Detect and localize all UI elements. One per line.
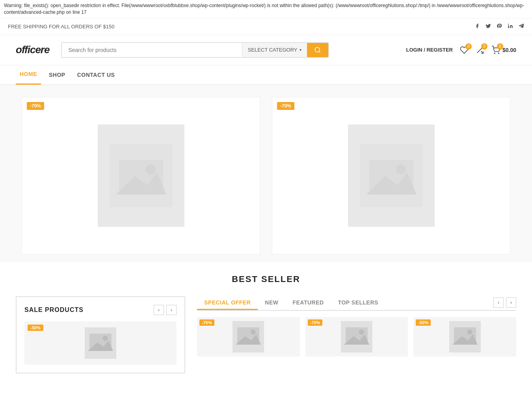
product-card-1[interactable]: -70% (22, 97, 260, 254)
sale-products-title: SALE PRODUCTS (24, 306, 84, 314)
category-label: SELECT CATEGORY (248, 47, 298, 53)
thumb-placeholder-2 (341, 321, 372, 353)
sale-products-next-button[interactable]: › (166, 305, 177, 315)
shipping-notice: FREE SHIPPING FOR ALL ORDERS OF $150 (8, 24, 114, 30)
svg-point-9 (145, 164, 156, 174)
svg-point-21 (251, 329, 256, 334)
social-icons (474, 23, 524, 30)
discount-badge-2: -70% (277, 102, 294, 110)
search-wrapper: SELECT CATEGORY ▾ (61, 42, 329, 58)
nav-item-shop[interactable]: SHOP (45, 65, 69, 85)
category-dropdown[interactable]: SELECT CATEGORY ▾ (242, 43, 307, 57)
special-offer-tabs-header: SPECIAL OFFER NEW FEATURED TOP SELLERS ‹… (197, 296, 516, 311)
thumb-placeholder-1 (233, 321, 264, 353)
product-cards-area: -70% -70% (0, 85, 532, 262)
svg-point-13 (396, 164, 406, 174)
compare-button[interactable]: 0 (476, 46, 484, 54)
thumb-placeholder-3 (449, 321, 481, 353)
nav-item-contact[interactable]: CONTACT US (73, 65, 119, 85)
thumb-discount-1: -70% (199, 319, 214, 326)
special-offer-nav: ‹ › (493, 297, 516, 310)
main-nav: HOME SHOP CONTACT US (0, 65, 532, 85)
header: officere SELECT CATEGORY ▾ LOGIN / REGIS… (0, 35, 532, 65)
placeholder-image-icon-2 (360, 144, 423, 207)
special-offer-thumb-1[interactable]: -70% (197, 317, 300, 356)
tab-featured[interactable]: FEATURED (285, 296, 331, 310)
telegram-icon[interactable] (519, 23, 524, 30)
search-input[interactable] (62, 43, 242, 57)
warning-text: Warning: file_exists(): open_basedir res… (4, 3, 524, 15)
special-offer-thumb-3[interactable]: -50% (413, 317, 516, 356)
login-register-link[interactable]: LOGIN / REGISTER (406, 47, 452, 53)
linkedin-icon[interactable] (508, 23, 513, 30)
tab-new[interactable]: NEW (258, 296, 285, 310)
chevron-down-icon: ▾ (299, 48, 301, 52)
header-actions: LOGIN / REGISTER 0 0 (406, 46, 516, 54)
sale-products-header: SALE PRODUCTS ‹ › (24, 305, 177, 315)
cart-icon-wrapper: 0 (491, 46, 500, 54)
product-placeholder-2 (348, 124, 435, 227)
search-button[interactable] (307, 43, 328, 57)
special-offer-next-button[interactable]: › (506, 297, 516, 308)
product-placeholder-1 (98, 124, 184, 227)
tab-special-offer[interactable]: SPECIAL OFFER (197, 296, 258, 310)
product-card-2[interactable]: -70% (272, 97, 510, 254)
best-seller-section: BEST SELLER (0, 262, 532, 292)
placeholder-image-icon-1 (110, 144, 173, 207)
thumb-discount-3: -50% (416, 319, 431, 326)
logo[interactable]: officere (16, 44, 49, 56)
bottom-panels: SALE PRODUCTS ‹ › -50% SPECIAL OFFER (0, 292, 532, 385)
svg-line-2 (319, 51, 320, 52)
sale-product-placeholder (85, 327, 116, 359)
compare-count: 0 (481, 43, 487, 50)
sale-products-panel: SALE PRODUCTS ‹ › -50% (16, 296, 185, 373)
sale-products-prev-button[interactable]: ‹ (154, 305, 164, 315)
sale-products-nav: ‹ › (154, 305, 177, 315)
top-bar: FREE SHIPPING FOR ALL ORDERS OF $150 (0, 19, 532, 35)
tabs-list: SPECIAL OFFER NEW FEATURED TOP SELLERS (197, 296, 385, 310)
search-icon (314, 46, 321, 54)
svg-point-29 (467, 329, 472, 334)
special-offer-thumb-2[interactable]: -70% (305, 317, 408, 356)
special-offer-thumbs: -70% -70% -50% (197, 317, 516, 356)
svg-point-0 (508, 24, 509, 24)
svg-point-17 (103, 336, 108, 341)
discount-badge-1: -70% (27, 102, 44, 110)
best-seller-title: BEST SELLER (16, 274, 516, 284)
special-offer-panel: SPECIAL OFFER NEW FEATURED TOP SELLERS ‹… (197, 296, 516, 373)
cart-count: 0 (497, 43, 503, 50)
sale-product-item-1[interactable]: -50% (24, 321, 177, 365)
svg-point-1 (315, 47, 320, 52)
sale-discount-badge: -50% (28, 325, 43, 331)
wishlist-button[interactable]: 0 (460, 46, 469, 54)
warning-bar: Warning: file_exists(): open_basedir res… (0, 0, 532, 19)
thumb-discount-2: -70% (308, 319, 323, 326)
svg-point-25 (359, 329, 364, 334)
wishlist-count: 0 (465, 43, 472, 50)
tab-top-sellers[interactable]: TOP SELLERS (331, 296, 385, 310)
facebook-icon[interactable] (474, 23, 480, 30)
svg-point-6 (498, 53, 499, 54)
special-offer-prev-button[interactable]: ‹ (493, 297, 504, 308)
cart-total: $0.00 (502, 47, 516, 53)
pinterest-icon[interactable] (497, 23, 502, 30)
cart-button[interactable]: 0 $0.00 (491, 46, 516, 54)
svg-point-5 (494, 53, 495, 54)
nav-item-home[interactable]: HOME (16, 65, 41, 85)
twitter-icon[interactable] (485, 23, 491, 30)
